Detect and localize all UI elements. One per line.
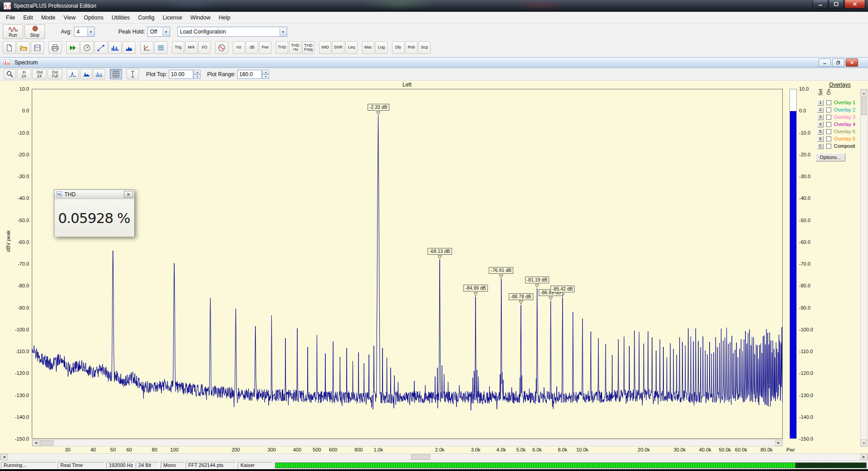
thd-close-button[interactable] [124, 191, 133, 198]
menu-window[interactable]: Window [186, 12, 214, 23]
bar-graph-icon[interactable] [108, 41, 122, 54]
close-button[interactable] [844, 0, 865, 9]
bar-graph-filled-icon[interactable] [123, 41, 136, 54]
overlay-set-button-c[interactable]: C [817, 143, 824, 149]
scroll-right-button[interactable]: ▶ [860, 454, 868, 460]
scroll-thumb[interactable] [411, 454, 430, 460]
vertical-scrollbar[interactable]: ▲ ▼ [860, 89, 868, 447]
slope-icon[interactable] [94, 41, 108, 54]
channel-title: Left [402, 82, 412, 88]
open-folder-icon[interactable] [17, 41, 30, 54]
scroll-thumb[interactable] [861, 97, 867, 115]
plot-horizontal-scrollbar[interactable]: ◀ ▶ [32, 439, 783, 447]
window-horizontal-scrollbar[interactable]: ◀ ▶ [0, 453, 868, 461]
overlay-set-button-3[interactable]: 3 [817, 114, 824, 120]
line-plot-icon[interactable] [67, 69, 79, 79]
toolbar-button-thd-freq[interactable]: THDFreq [302, 41, 314, 54]
spectrum-plot[interactable] [32, 89, 783, 439]
x-tick-label: 4.0k [496, 447, 506, 452]
toolbar-button-thd-n[interactable]: THD+N [289, 41, 301, 54]
toolbar-button-pwr[interactable]: Pwr [259, 41, 271, 54]
toolbar-button-io[interactable]: I/O [198, 41, 211, 54]
run-button[interactable]: Run [3, 24, 23, 39]
toolbar-button-mrk[interactable]: Mrk [185, 41, 197, 54]
plot-range-input[interactable] [237, 70, 262, 79]
thd-titlebar[interactable]: % THD [54, 190, 134, 199]
overlay-row-3: 3Overlay 3 [814, 113, 855, 121]
peak-hold-select[interactable]: Off▼ [147, 27, 170, 37]
minimize-button[interactable] [813, 0, 828, 9]
save-icon[interactable] [31, 41, 44, 54]
menu-file[interactable]: File [2, 12, 19, 23]
filled-plot-icon[interactable] [80, 69, 92, 79]
zoom-out-full[interactable]: OutFull [48, 69, 62, 79]
plot-top-input[interactable] [169, 70, 193, 79]
y-tick-label: 0.0 [1, 107, 29, 114]
app-logo-icon [4, 2, 11, 10]
spectrum-close-button[interactable] [846, 58, 858, 67]
zoom-out-2x[interactable]: Out2X [32, 69, 47, 79]
waterfall-icon[interactable] [154, 41, 167, 54]
toolbar-button-trig[interactable]: Trig [172, 41, 184, 54]
toolbar-button-leq[interactable]: Leq [345, 41, 358, 54]
toolbar-button-db[interactable]: dB [246, 41, 258, 54]
menu-license[interactable]: License [158, 12, 186, 23]
overlay-on-checkbox-5[interactable] [826, 129, 831, 134]
spectrum-minimize-button[interactable] [819, 58, 831, 67]
overlay-on-checkbox-c[interactable] [826, 144, 831, 149]
plot-range-spinner[interactable]: ▲▼ [262, 70, 269, 79]
magnifier-icon[interactable] [4, 69, 16, 79]
toolbar-button-imd[interactable]: IMD [319, 41, 331, 54]
scroll-thumb[interactable] [40, 440, 54, 446]
toolbar-button-rvb[interactable]: Rvb [405, 41, 417, 54]
grid-display-icon[interactable] [110, 69, 122, 79]
scroll-up-button[interactable]: ▲ [861, 89, 867, 97]
overlay-set-button-6[interactable]: 6 [817, 136, 824, 142]
scroll-left-button[interactable]: ◀ [0, 454, 8, 460]
scroll-down-button[interactable]: ▼ [861, 439, 867, 447]
y-tick-label: -100.0 [1, 326, 29, 333]
spectrum-restore-button[interactable] [832, 58, 844, 67]
overlay-on-checkbox-2[interactable] [826, 107, 831, 112]
toolbar-button-hz[interactable]: Hz [233, 41, 245, 54]
menu-options[interactable]: Options [80, 12, 108, 23]
avg-select[interactable]: 4▼ [74, 27, 95, 37]
load-configuration-select[interactable]: Load Configuration▼ [177, 27, 287, 37]
toolbar-button-dly[interactable]: Dly [392, 41, 404, 54]
thd-window[interactable]: % THD 0.05928 % [54, 189, 135, 237]
scroll-left-button[interactable]: ◀ [32, 440, 39, 446]
overlay-on-checkbox-4[interactable] [826, 122, 831, 127]
overlay-on-checkbox-3[interactable] [826, 115, 831, 120]
new-document-icon[interactable] [3, 41, 16, 54]
axes-icon[interactable] [140, 41, 153, 54]
toolbar-button-log[interactable]: Log [375, 41, 387, 54]
gauge-icon[interactable] [80, 41, 93, 54]
sine-circle-icon[interactable] [215, 41, 228, 54]
menu-view[interactable]: View [59, 12, 80, 23]
scroll-right-button[interactable]: ▶ [775, 440, 782, 446]
stop-button[interactable]: Stop [25, 24, 45, 39]
marker-line-icon[interactable] [127, 69, 139, 79]
menu-edit[interactable]: Edit [19, 12, 37, 23]
toolbar-button-snr[interactable]: SNR [332, 41, 344, 54]
maximize-button[interactable] [829, 0, 844, 9]
toolbar-button-scp[interactable]: Scp [418, 41, 431, 54]
overlay-on-checkbox-6[interactable] [826, 136, 831, 141]
bar-plot-icon[interactable] [93, 69, 105, 79]
fast-forward-icon[interactable] [66, 41, 79, 54]
print-icon[interactable] [49, 41, 62, 54]
avg-label: Avg: [61, 29, 72, 35]
toolbar-button-mac[interactable]: Mac [362, 41, 374, 54]
zoom-in-2x[interactable]: In2X [17, 69, 31, 79]
toolbar-button-thd[interactable]: THD [276, 41, 288, 54]
menu-config[interactable]: Config [134, 12, 158, 23]
plot-top-spinner[interactable]: ▲▼ [194, 70, 201, 79]
overlay-on-checkbox-1[interactable] [826, 100, 831, 105]
overlay-set-button-1[interactable]: 1 [817, 100, 824, 106]
thd-value: 0.05928 % [58, 210, 130, 226]
overlay-set-button-4[interactable]: 4 [817, 121, 824, 127]
menu-utilities[interactable]: Utilities [108, 12, 134, 23]
peak-annotation: -85.42 dB [550, 286, 575, 292]
menu-mode[interactable]: Mode [37, 12, 59, 23]
menu-help[interactable]: Help [215, 12, 235, 23]
